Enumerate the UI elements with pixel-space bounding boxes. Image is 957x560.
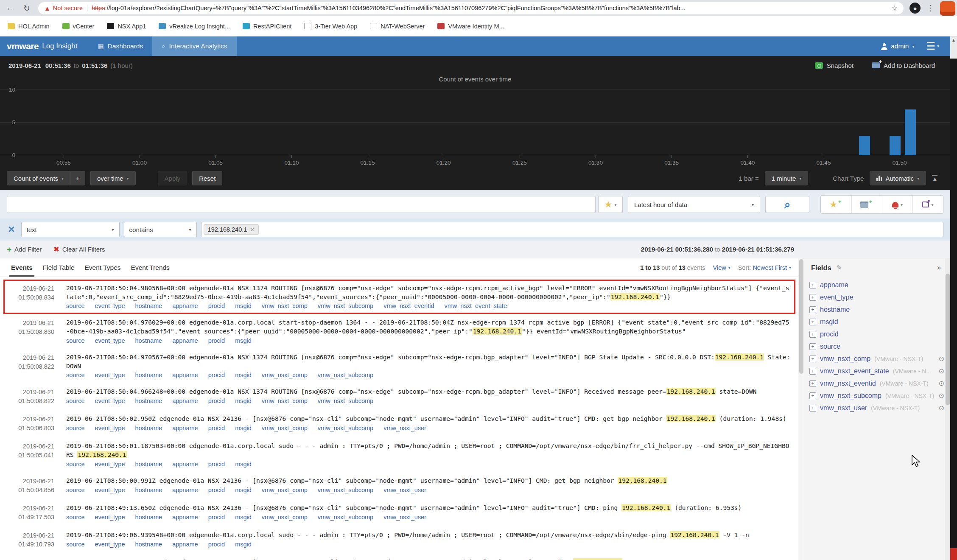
time-range-dropdown[interactable]: Latest hour of data ▾: [628, 196, 760, 213]
field-link-procid[interactable]: procid: [208, 487, 225, 493]
field-link-vmw_nsxt_subcomp[interactable]: vmw_nsxt_subcomp: [318, 398, 373, 404]
expand-field-icon[interactable]: +: [809, 331, 816, 338]
field-link-msgid[interactable]: msgid: [235, 461, 252, 468]
event-row[interactable]: 2019-06-2101:49:17.5032019-06-21T08:49:1…: [3, 499, 795, 526]
field-link-msgid[interactable]: msgid: [235, 425, 252, 431]
eye-icon[interactable]: ⊙: [939, 392, 944, 400]
collapse-panel-icon[interactable]: »: [937, 264, 941, 272]
events-scrollbar[interactable]: [798, 258, 804, 560]
field-link-msgid[interactable]: msgid: [235, 302, 252, 309]
field-link-procid[interactable]: procid: [208, 514, 225, 521]
event-row[interactable]: 2019-06-2101:50:08.8222019-06-21T08:50:0…: [3, 349, 795, 383]
field-link-event_type[interactable]: event_type: [95, 398, 125, 404]
view-dropdown[interactable]: View▾: [713, 264, 730, 271]
field-link-procid[interactable]: procid: [208, 425, 225, 431]
field-link-vmw_nsxt_user[interactable]: vmw_nsxt_user: [383, 425, 426, 431]
remove-token-icon[interactable]: ✕: [250, 227, 255, 233]
expand-field-icon[interactable]: +: [809, 380, 816, 387]
field-link-vmw_nsxt_event_state[interactable]: vmw_nsxt_event_state: [444, 302, 507, 309]
expand-field-icon[interactable]: +: [809, 294, 816, 301]
field-link-vmw_nsxt_user[interactable]: vmw_nsxt_user: [383, 514, 426, 521]
field-link-procid[interactable]: procid: [208, 302, 225, 309]
expand-field-icon[interactable]: +: [809, 282, 816, 288]
field-link-appname[interactable]: appname: [172, 461, 198, 468]
tab-field-table[interactable]: Field Table: [38, 258, 80, 277]
filter-operator-dropdown[interactable]: contains▾: [124, 222, 197, 237]
url-text[interactable]: https://log-01a/explorer/?existingChartQ…: [92, 5, 887, 11]
field-link-hostname[interactable]: hostname: [135, 487, 162, 493]
field-link-hostname[interactable]: hostname: [135, 398, 162, 404]
eye-icon[interactable]: ⊙: [939, 355, 944, 363]
favorite-queries-button[interactable]: ★▾: [598, 196, 623, 213]
field-link-vmw_nsxt_eventid[interactable]: vmw_nsxt_eventid: [383, 302, 434, 309]
field-link-source[interactable]: source: [66, 372, 85, 378]
eye-icon[interactable]: ⊙: [939, 379, 944, 387]
event-row[interactable]: 2019-06-2101:50:08.8222019-06-21T08:50:0…: [3, 383, 795, 410]
aggregation-function-dropdown[interactable]: Count of events▾: [7, 171, 70, 185]
field-link-msgid[interactable]: msgid: [235, 514, 252, 521]
field-link-source[interactable]: source: [66, 487, 85, 493]
add-filter-button[interactable]: + Add Filter: [7, 245, 42, 254]
field-link-appname[interactable]: appname: [172, 514, 198, 521]
nav-interactive-analytics[interactable]: ⌕ Interactive Analytics: [152, 36, 236, 56]
field-link-appname[interactable]: appname: [172, 398, 198, 404]
field-item-vmw_nsxt_eventid[interactable]: +vmw_nsxt_eventid(VMware - NSX-T)⊙: [809, 377, 944, 389]
field-link-procid[interactable]: procid: [208, 337, 225, 344]
field-link-appname[interactable]: appname: [172, 372, 198, 378]
search-button[interactable]: ⌕: [765, 196, 809, 213]
refresh-icon[interactable]: ↻: [21, 3, 32, 13]
field-link-hostname[interactable]: hostname: [135, 302, 162, 309]
field-link-procid[interactable]: procid: [208, 541, 225, 548]
add-chart-to-dashboard-button[interactable]: +: [851, 196, 882, 213]
user-menu[interactable]: admin ▾: [881, 42, 914, 50]
scrollbar-up-arrow[interactable]: ▲: [950, 36, 957, 59]
field-link-msgid[interactable]: msgid: [235, 372, 252, 378]
groupby-dropdown[interactable]: over time▾: [90, 171, 136, 185]
event-row[interactable]: 2019-06-212019-06-21T08:49:06.599Z edgen…: [3, 554, 795, 560]
field-link-procid[interactable]: procid: [208, 372, 225, 378]
filter-field-dropdown[interactable]: text▾: [21, 222, 120, 237]
field-link-source[interactable]: source: [66, 461, 85, 468]
add-to-dashboard-button[interactable]: Add to Dashboard: [872, 62, 935, 69]
field-link-procid[interactable]: procid: [208, 461, 225, 468]
field-link-event_type[interactable]: event_type: [95, 541, 125, 548]
reset-button[interactable]: Reset: [192, 171, 222, 185]
bar-width-dropdown[interactable]: 1 minute▾: [765, 171, 809, 185]
nav-dashboards[interactable]: ▦ Dashboards: [88, 36, 152, 56]
bookmark-item[interactable]: RestAPIClient: [243, 23, 291, 30]
event-row[interactable]: 2019-06-2101:50:05.0412019-06-21T08:50:0…: [3, 437, 795, 472]
chart-bar[interactable]: [859, 136, 870, 155]
chart-bar[interactable]: [905, 109, 916, 155]
alerts-button[interactable]: ▾: [882, 196, 912, 213]
field-link-hostname[interactable]: hostname: [135, 541, 162, 548]
save-query-button[interactable]: ★+: [821, 196, 851, 213]
field-link-vmw_nsxt_comp[interactable]: vmw_nsxt_comp: [262, 487, 308, 493]
field-link-msgid[interactable]: msgid: [235, 487, 252, 493]
edit-fields-icon[interactable]: ✎: [837, 264, 842, 272]
field-link-event_type[interactable]: event_type: [95, 372, 125, 378]
field-item-hostname[interactable]: +hostname: [809, 303, 944, 316]
event-row[interactable]: 2019-06-2101:49:10.7932019-06-21T08:49:0…: [3, 526, 795, 554]
field-link-source[interactable]: source: [66, 302, 85, 309]
event-row[interactable]: 2019-06-2101:50:08.8342019-06-21T08:50:0…: [3, 280, 795, 314]
add-function-button[interactable]: +: [70, 171, 85, 185]
filter-value-input[interactable]: 192.168.240.1 ✕: [201, 222, 943, 237]
field-link-vmw_nsxt_subcomp[interactable]: vmw_nsxt_subcomp: [318, 302, 373, 309]
field-link-source[interactable]: source: [66, 514, 85, 521]
field-link-vmw_nsxt_comp[interactable]: vmw_nsxt_comp: [262, 398, 308, 404]
field-link-source[interactable]: source: [66, 398, 85, 404]
snapshot-button[interactable]: Snapshot: [815, 62, 853, 69]
field-link-vmw_nsxt_subcomp[interactable]: vmw_nsxt_subcomp: [318, 514, 373, 521]
field-item-event_type[interactable]: +event_type: [809, 291, 944, 303]
share-button[interactable]: ▾: [912, 196, 943, 213]
field-link-hostname[interactable]: hostname: [135, 372, 162, 378]
bookmark-item[interactable]: VMware Identity M...: [437, 23, 504, 30]
chart-type-dropdown[interactable]: Automatic▾: [870, 171, 926, 185]
expand-field-icon[interactable]: +: [809, 306, 816, 313]
field-item-source[interactable]: +source: [809, 340, 944, 353]
expand-field-icon[interactable]: +: [809, 392, 816, 399]
event-count-chart[interactable]: Count of events over time 051000:5501:00…: [0, 75, 950, 166]
field-item-procid[interactable]: +procid: [809, 328, 944, 340]
field-item-appname[interactable]: +appname: [809, 279, 944, 291]
bookmark-item[interactable]: NAT-WebServer: [370, 23, 425, 30]
